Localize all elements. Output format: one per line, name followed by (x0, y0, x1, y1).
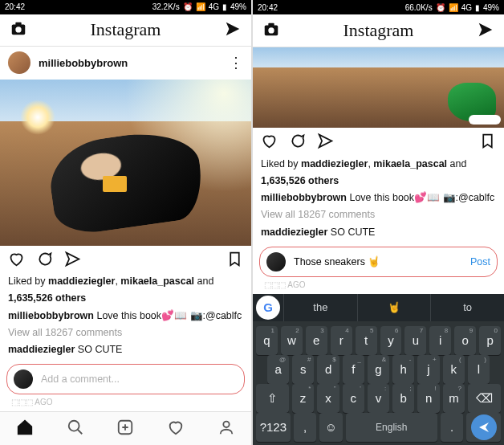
key-x[interactable]: x" (317, 384, 339, 413)
space-key[interactable]: English (346, 413, 437, 442)
svg-point-7 (268, 27, 274, 33)
alarm-icon: ⏰ (436, 3, 445, 12)
camera-icon[interactable] (10, 20, 27, 40)
suggestion-2[interactable]: 🤘 (357, 294, 431, 321)
key-c[interactable]: c' (343, 384, 364, 413)
key-k[interactable]: k( (443, 355, 465, 384)
avatar[interactable] (8, 51, 30, 74)
suggestion-bar: G the 🤘 to (253, 294, 504, 321)
key-u[interactable]: u7 (404, 326, 426, 355)
share-icon[interactable] (317, 133, 334, 152)
comment-input[interactable] (39, 373, 238, 386)
key-a[interactable]: a@ (267, 355, 289, 384)
suggestion-1[interactable]: the (283, 294, 357, 321)
tab-profile-icon[interactable] (217, 418, 235, 439)
key-n[interactable]: n! (417, 384, 439, 413)
backspace-key[interactable]: ⌫ (468, 384, 501, 413)
key-s[interactable]: s# (292, 355, 314, 384)
send-dm-icon[interactable] (477, 21, 494, 41)
post-comment-button[interactable]: Post (470, 256, 490, 267)
instagram-header: Instagram (253, 14, 504, 47)
svg-rect-2 (15, 22, 21, 25)
key-o[interactable]: o9 (454, 326, 476, 355)
period-key[interactable]: . (441, 413, 464, 442)
symbols-key[interactable]: ?123 (256, 413, 291, 442)
comma-key[interactable]: , (294, 413, 317, 442)
status-data-rate: 66.0K/s (405, 3, 433, 12)
suggestion-3[interactable]: to (430, 294, 504, 321)
view-all-comments[interactable]: View all 18267 comments (8, 325, 243, 340)
like-icon[interactable] (261, 133, 278, 152)
post-photo[interactable] (253, 47, 504, 128)
google-icon[interactable]: G (256, 296, 280, 320)
comment-input-box[interactable] (6, 364, 245, 394)
tab-search-icon[interactable] (67, 418, 84, 439)
key-q[interactable]: q1 (256, 326, 278, 355)
tab-activity-icon[interactable] (167, 418, 185, 439)
key-d[interactable]: d$ (317, 355, 339, 384)
post-meta: Liked by maddieziegler, mikaela_pascal a… (253, 157, 504, 242)
status-battery: 49% (483, 3, 499, 12)
key-z[interactable]: z* (292, 384, 314, 413)
svg-rect-8 (268, 22, 274, 26)
key-g[interactable]: g& (368, 355, 389, 384)
comment-input[interactable] (292, 255, 464, 268)
status-data-rate: 32.2K/s (152, 2, 180, 11)
comment-icon[interactable] (289, 133, 306, 152)
likes-count[interactable]: 1,635,526 others (8, 291, 243, 305)
battery-icon: ▮ (475, 3, 480, 12)
instagram-header: Instagram (0, 14, 251, 47)
key-e[interactable]: e3 (306, 326, 327, 355)
key-row-2: a@s#d$f_g&h-j+k(l) (256, 355, 501, 384)
tab-home-icon[interactable] (16, 418, 34, 439)
key-t[interactable]: t5 (356, 326, 377, 355)
key-h[interactable]: h- (392, 355, 414, 384)
key-y[interactable]: y6 (380, 326, 402, 355)
post-actions (253, 128, 504, 157)
signal-icon: 📶 (196, 2, 205, 11)
shift-key[interactable]: ⇧ (256, 384, 289, 413)
key-i[interactable]: i8 (429, 326, 451, 355)
top-comment: maddieziegler SO CUTE (8, 342, 243, 357)
post-header[interactable]: milliebobbybrown ⋮ (0, 47, 251, 80)
post-photo[interactable] (0, 80, 251, 246)
svg-point-3 (69, 421, 79, 431)
post-time-ago: ⬚⬚⬚ AGO (253, 279, 504, 294)
send-dm-icon[interactable] (224, 20, 242, 40)
status-net: 4G (209, 2, 219, 11)
likes-line[interactable]: Liked by maddieziegler, mikaela_pascal a… (261, 157, 496, 171)
key-row-1: q1w2e3r4t5y6u7i8o9p0 (256, 326, 501, 355)
send-key[interactable] (466, 413, 501, 442)
key-w[interactable]: w2 (281, 326, 303, 355)
key-j[interactable]: j+ (417, 355, 439, 384)
like-icon[interactable] (8, 251, 25, 270)
comment-input-box[interactable]: Post (259, 247, 498, 277)
svg-point-1 (15, 27, 21, 32)
key-v[interactable]: v: (368, 384, 389, 413)
bookmark-icon[interactable] (479, 133, 496, 152)
key-m[interactable]: m? (443, 384, 465, 413)
android-status-bar: 20:42 66.0K/s ⏰ 📶 4G ▮ 49% (253, 0, 504, 14)
post-username[interactable]: milliebobbybrown (39, 57, 221, 69)
key-l[interactable]: l) (468, 355, 490, 384)
post-meta: Liked by maddieziegler, mikaela_pascal a… (0, 274, 251, 359)
share-icon[interactable] (64, 251, 81, 270)
likes-count[interactable]: 1,635,526 others (261, 174, 496, 188)
key-r[interactable]: r4 (331, 326, 352, 355)
more-options-icon[interactable]: ⋮ (229, 54, 243, 71)
likes-line[interactable]: Liked by maddieziegler, mikaela_pascal a… (8, 274, 243, 288)
key-b[interactable]: b; (392, 384, 414, 413)
camera-icon[interactable] (262, 21, 280, 41)
emoji-key[interactable]: ☺ (319, 413, 343, 442)
key-f[interactable]: f_ (343, 355, 364, 384)
view-all-comments[interactable]: View all 18267 comments (261, 207, 496, 222)
bookmark-icon[interactable] (226, 251, 243, 270)
comment-icon[interactable] (36, 251, 53, 270)
tab-add-icon[interactable] (116, 418, 134, 439)
top-comment: maddieziegler SO CUTE (261, 225, 496, 239)
key-p[interactable]: p0 (479, 326, 501, 355)
bottom-tab-bar (0, 411, 251, 445)
svg-point-5 (223, 422, 229, 427)
alarm-icon: ⏰ (183, 2, 193, 11)
avatar (266, 252, 286, 271)
